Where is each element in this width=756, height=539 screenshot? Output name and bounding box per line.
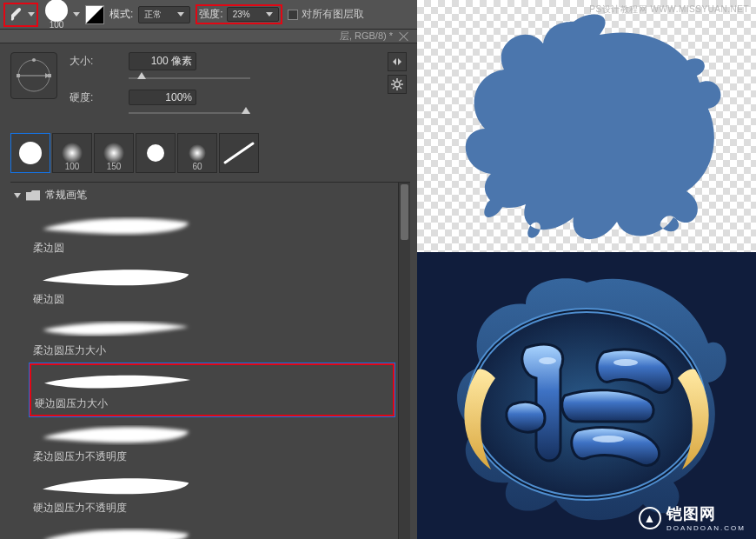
brush-preset-label: 柔边圆压力大小 (33, 342, 391, 358)
scrollbar[interactable] (398, 183, 410, 539)
brush-preset[interactable]: 硬边圆压力大小 (30, 363, 395, 416)
svg-point-23 (613, 359, 638, 366)
brush-preview[interactable]: 100 (45, 0, 68, 30)
hardness-label: 硬度: (70, 90, 122, 105)
artwork-final-logo: ▲ 铠图网 DOANDOAN.COM (417, 252, 756, 539)
expand-icon (14, 193, 21, 198)
brush-dot-icon (45, 0, 68, 22)
sample-all-label: 对所有图层取 (302, 7, 364, 22)
thumb-label: 150 (107, 162, 122, 171)
recent-brush-thumb[interactable]: 100 (52, 133, 92, 173)
brush-folder[interactable]: 常规画笔 (10, 183, 398, 208)
svg-marker-5 (45, 73, 50, 78)
brush-preset[interactable]: 硬边圆压力不透明度 (30, 469, 395, 519)
size-slider[interactable] (129, 72, 250, 84)
thumb-label: 100 (65, 162, 80, 171)
size-label: 大小: (70, 54, 122, 69)
brush-preset[interactable]: 柔边圆压力大小 (30, 312, 395, 362)
logo-badge-icon: ▲ (639, 507, 661, 529)
mode-dropdown[interactable]: 正常 (138, 6, 190, 23)
attribution-logo: ▲ 铠图网 DOANDOAN.COM (639, 503, 746, 532)
size-input[interactable]: 100 像素 (129, 52, 196, 70)
strength-label: 强度: (199, 7, 222, 22)
checkbox-icon (288, 10, 298, 20)
chevron-down-icon (177, 12, 184, 19)
hardness-slider[interactable] (129, 107, 250, 119)
hardness-input[interactable]: 100% (129, 90, 196, 105)
svg-point-16 (62, 143, 83, 163)
recent-brush-thumb[interactable]: 60 (177, 133, 217, 173)
svg-point-22 (539, 357, 556, 364)
mask-toggle-icon[interactable] (85, 5, 104, 24)
mode-label: 模式: (109, 7, 133, 22)
attribution-url: DOANDOAN.COM (666, 524, 746, 532)
brush-preset[interactable]: 柔边圆压力不透明度 (30, 418, 395, 468)
watermark-text: PS设计教程网 WWW.MISSYUAN.NET (589, 3, 749, 16)
brush-preset-label: 硬边圆 (33, 290, 391, 307)
flip-x-button[interactable] (388, 52, 407, 71)
folder-icon (26, 190, 40, 201)
brush-preset-label: 柔边圆 (33, 239, 391, 256)
options-bar: 100 模式: 正常 强度: 23% 对所有图层取 (0, 0, 417, 30)
strength-dropdown[interactable]: 23% (227, 7, 279, 22)
svg-point-19 (189, 144, 206, 162)
brush-preset[interactable]: 硬边圆 (30, 261, 395, 310)
brush-preset-label: 柔边圆压力不透明度 (33, 448, 391, 464)
settings-gear-button[interactable] (388, 75, 407, 94)
recent-brush-thumb[interactable] (10, 133, 50, 173)
strength-value: 23% (233, 10, 262, 19)
svg-rect-3 (17, 74, 20, 77)
brush-list: 常规画笔 柔边圆硬边圆柔边圆压力大小硬边圆压力大小柔边圆压力不透明度硬边圆压力不… (10, 183, 398, 539)
document-tabs: 层, RGB/8) * (0, 30, 417, 43)
brush-preset-label: 硬边圆压力不透明度 (33, 499, 391, 516)
attribution-text: 铠图网 (666, 505, 716, 522)
chevron-down-icon (266, 12, 273, 19)
folder-label: 常规画笔 (45, 188, 87, 203)
svg-line-12 (400, 87, 401, 89)
sample-all-layers-checkbox[interactable]: 对所有图层取 (288, 7, 364, 22)
recent-brushes: 10015060 (0, 130, 417, 176)
mode-value: 正常 (144, 9, 174, 21)
svg-point-6 (395, 82, 400, 87)
brush-preset[interactable]: 柔边圆 (30, 210, 395, 259)
thumb-label: 60 (192, 162, 202, 171)
svg-point-2 (32, 58, 36, 62)
tab-title[interactable]: 层, RGB/8) * (340, 30, 393, 43)
brush-settings: 大小: 100 像素 硬度: 100% (0, 43, 417, 130)
brush-icon (7, 5, 26, 24)
scrollbar-handle[interactable] (401, 184, 408, 240)
brush-preset[interactable]: 软圆压力不透明度和流量 (30, 521, 395, 539)
svg-point-24 (593, 436, 624, 443)
brush-preview-size: 100 (50, 20, 64, 30)
svg-point-15 (19, 142, 42, 164)
recent-brush-thumb[interactable]: 150 (94, 133, 134, 173)
svg-line-14 (400, 80, 401, 82)
recent-brush-thumb[interactable] (219, 133, 259, 173)
svg-line-11 (393, 80, 395, 82)
svg-point-17 (103, 143, 124, 163)
artwork-flame-shape: PS设计教程网 WWW.MISSYUAN.NET (417, 0, 756, 252)
brush-preset-label: 硬边圆压力大小 (35, 395, 389, 411)
close-icon[interactable] (398, 30, 410, 43)
svg-line-13 (393, 87, 395, 89)
angle-control[interactable] (10, 52, 57, 99)
recent-brush-thumb[interactable] (136, 133, 176, 173)
svg-point-18 (147, 144, 164, 162)
chevron-down-icon[interactable] (73, 12, 80, 19)
chevron-down-icon (28, 12, 35, 19)
active-tool-brush[interactable] (3, 3, 38, 27)
